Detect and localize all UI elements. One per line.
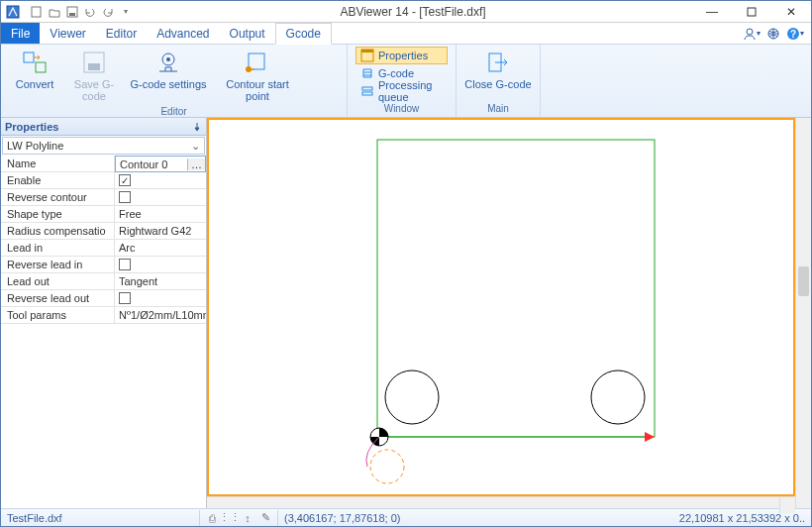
undo-icon[interactable] [82,4,98,20]
prop-row-reverse-contour[interactable]: Reverse contour [1,189,206,206]
reverse-contour-checkbox[interactable] [119,191,131,203]
ribbon-group-editor: Editor [1,106,347,117]
gcode-icon [360,66,374,80]
ribbon-group-window: Window [348,103,456,117]
save-gcode-icon [80,49,108,76]
new-icon[interactable] [29,4,45,20]
gcode-settings-button[interactable]: G-code settings [124,47,213,92]
convert-button[interactable]: Convert [5,47,64,92]
svg-rect-10 [36,62,46,72]
redo-icon[interactable] [100,4,116,20]
quick-access-toolbar: ▾ [29,4,134,20]
processing-queue-icon [360,84,374,98]
exit-icon [484,49,512,76]
app-icon [5,4,21,20]
svg-point-24 [591,370,645,424]
svg-rect-20 [362,92,372,95]
enable-checkbox[interactable]: ✓ [119,174,131,186]
qat-dropdown-icon[interactable]: ▾ [118,4,134,20]
tab-editor[interactable]: Editor [96,23,147,44]
minimize-button[interactable]: — [692,1,732,23]
properties-panel: Properties LW Polyline ⌄ Name Contour 0…… [1,118,207,508]
tab-advanced[interactable]: Advanced [147,23,219,44]
prop-row-tool-params[interactable]: Tool params Nº1/Ø2mm/L10mm [1,307,206,324]
svg-marker-26 [645,432,655,442]
status-icon-4[interactable]: ✎ [257,510,273,526]
status-icons: ⎙ ⋮⋮ ↕ ✎ [199,510,278,526]
tab-viewer[interactable]: Viewer [40,23,95,44]
entity-select[interactable]: LW Polyline ⌄ [2,137,205,155]
convert-icon [21,49,49,76]
ribbon: Convert Save G-code G-code settings Cont… [1,45,811,118]
tab-output[interactable]: Output [220,23,275,44]
prop-row-shape-type[interactable]: Shape type Free [1,206,206,223]
status-file: TestFile.dxf [1,512,199,524]
prop-row-lead-in[interactable]: Lead in Arc [1,240,206,257]
tab-file[interactable]: File [1,23,40,44]
horizontal-scrollbar[interactable] [207,496,795,508]
chevron-down-icon: ⌄ [191,140,200,153]
svg-point-23 [385,370,439,424]
status-dims: 22,10981 x 21,53392 x 0.. [673,512,811,524]
window-controls: — ✕ [692,1,811,23]
prop-row-radius-comp[interactable]: Radius compensatio Rightward G42 [1,223,206,240]
save-icon[interactable] [64,4,80,20]
titlebar: ▾ ABViewer 14 - [TestFile.dxf] — ✕ [1,1,811,23]
user-icon[interactable]: ▾ [742,24,761,44]
reverse-lead-in-checkbox[interactable] [119,259,131,270]
pin-icon[interactable] [192,122,202,132]
save-gcode-button[interactable]: Save G-code [64,47,124,104]
svg-rect-4 [748,8,756,16]
prop-row-name[interactable]: Name Contour 0… [1,156,206,172]
ribbon-group-main: Main [457,103,540,117]
svg-rect-9 [24,53,34,62]
svg-rect-1 [32,7,41,17]
help-icon[interactable]: ?▾ [785,24,805,44]
prop-row-reverse-lead-out[interactable]: Reverse lead out [1,290,206,307]
status-icon-1[interactable]: ⎙ [204,510,220,526]
svg-point-5 [747,29,753,35]
prop-row-lead-out[interactable]: Lead out Tangent [1,273,206,290]
svg-point-28 [370,450,404,483]
svg-rect-3 [69,13,75,16]
ribbon-properties-button[interactable]: Properties [355,47,448,64]
prop-row-enable[interactable]: Enable ✓ [1,172,206,189]
world-icon[interactable] [763,24,783,44]
close-button[interactable]: ✕ [771,1,811,23]
vertical-scrollbar[interactable] [795,118,811,508]
svg-rect-12 [88,63,100,70]
svg-rect-22 [377,140,655,437]
properties-grid: Name Contour 0… Enable ✓ Reverse contour… [1,156,206,508]
reverse-lead-out-checkbox[interactable] [119,292,131,304]
ellipsis-button[interactable]: … [187,158,205,170]
contour-start-icon [244,49,271,76]
prop-row-reverse-lead-in[interactable]: Reverse lead in [1,257,206,273]
menubar: File Viewer Editor Advanced Output Gcode… [1,23,811,45]
ribbon-processing-queue-button[interactable]: Processing queue [355,82,448,100]
status-icon-3[interactable]: ↕ [240,510,255,526]
svg-rect-15 [249,53,264,69]
maximize-button[interactable] [732,1,771,23]
svg-rect-19 [362,87,372,90]
close-gcode-button[interactable]: Close G-code [460,47,536,92]
status-coords: (3,406167; 17,87618; 0) [278,512,406,524]
window-title: ABViewer 14 - [TestFile.dxf] [134,5,692,19]
contour-start-button[interactable]: Contour start point [213,47,302,104]
status-icon-2[interactable]: ⋮⋮ [222,510,238,526]
properties-icon [360,49,374,62]
drawing-svg [209,120,793,494]
svg-point-14 [166,57,170,61]
main-area: Properties LW Polyline ⌄ Name Contour 0…… [1,118,811,508]
svg-text:?: ? [790,29,796,40]
properties-header: Properties [1,118,206,136]
open-icon[interactable] [47,4,62,20]
drawing-canvas[interactable] [207,118,795,496]
tab-gcode[interactable]: Gcode [275,23,332,45]
canvas-wrap [207,118,811,508]
gear-icon [154,49,182,76]
svg-rect-18 [361,50,373,53]
statusbar: TestFile.dxf ⎙ ⋮⋮ ↕ ✎ (3,406167; 17,8761… [1,508,811,526]
